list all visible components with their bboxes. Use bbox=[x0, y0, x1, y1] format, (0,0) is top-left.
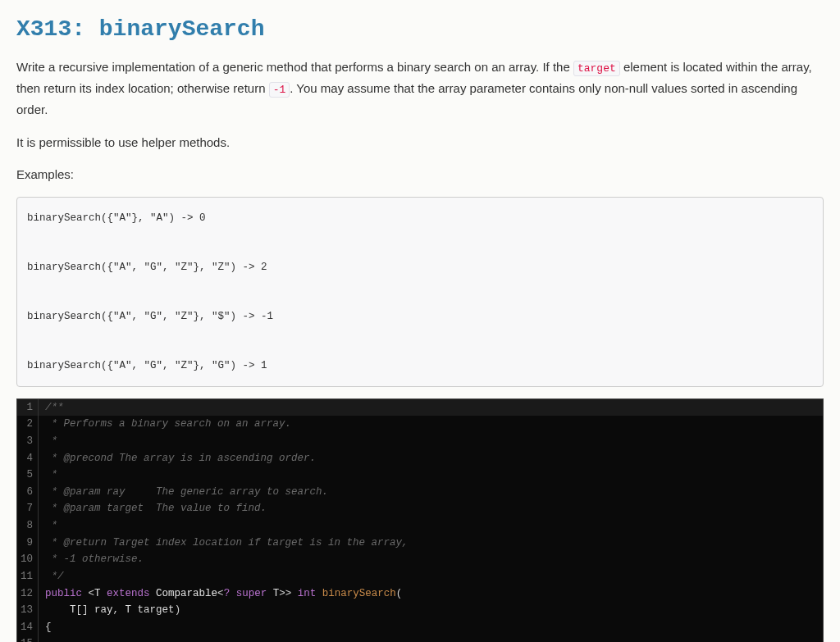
code-token: public bbox=[45, 588, 82, 599]
problem-description: Write a recursive implementation of a ge… bbox=[16, 57, 824, 185]
editor-line[interactable]: 2 * Performs a binary search on an array… bbox=[17, 416, 823, 433]
code-token: * @param target The value to find. bbox=[45, 503, 267, 514]
code-token: * bbox=[45, 435, 57, 447]
desc-paragraph-2: It is permissible to use helper methods. bbox=[16, 132, 824, 153]
code-token: * @param ray The generic array to search… bbox=[45, 486, 328, 498]
code-token bbox=[230, 588, 236, 599]
code-token: Comparable bbox=[156, 588, 217, 599]
editor-line[interactable]: 15 bbox=[17, 635, 823, 642]
code-line-content[interactable]: * bbox=[39, 433, 823, 450]
code-token: >> bbox=[279, 588, 298, 599]
code-token: ) bbox=[175, 604, 181, 616]
editor-line[interactable]: 1/** bbox=[17, 399, 823, 417]
code-line-content[interactable]: * @param ray The generic array to search… bbox=[39, 484, 823, 501]
code-editor[interactable]: 1/**2 * Performs a binary search on an a… bbox=[16, 398, 824, 642]
line-number: 8 bbox=[17, 517, 39, 535]
editor-line[interactable]: 3 * bbox=[17, 433, 823, 450]
line-number: 6 bbox=[17, 484, 39, 501]
line-number: 5 bbox=[17, 467, 39, 484]
code-token: ? bbox=[224, 588, 231, 599]
code-token: T bbox=[126, 604, 132, 616]
line-number: 13 bbox=[17, 602, 39, 619]
line-number: 15 bbox=[17, 635, 39, 642]
desc-paragraph-1: Write a recursive implementation of a ge… bbox=[16, 57, 824, 121]
code-token bbox=[45, 604, 70, 616]
line-number: 11 bbox=[17, 568, 39, 585]
editor-line[interactable]: 5 * bbox=[17, 467, 823, 484]
line-number: 3 bbox=[17, 433, 39, 450]
code-line-content[interactable]: { bbox=[39, 619, 823, 636]
line-number: 1 bbox=[17, 399, 39, 417]
code-token: * -1 otherwise. bbox=[45, 553, 144, 565]
code-line-content[interactable]: * @param target The value to find. bbox=[39, 500, 823, 517]
editor-line[interactable]: 13 T[] ray, T target) bbox=[17, 602, 823, 619]
code-token: { bbox=[45, 622, 52, 633]
code-token: T bbox=[70, 604, 76, 616]
code-token bbox=[316, 588, 322, 599]
line-number: 2 bbox=[17, 416, 39, 433]
line-number: 10 bbox=[17, 551, 39, 568]
code-token: * @return Target index location if targe… bbox=[45, 537, 409, 549]
code-line-content[interactable]: * bbox=[39, 517, 823, 535]
editor-line[interactable]: 4 * @precond The array is in ascending o… bbox=[17, 450, 823, 467]
line-number: 4 bbox=[17, 450, 39, 467]
editor-line[interactable]: 8 * bbox=[17, 517, 823, 535]
code-line-content[interactable]: /** bbox=[39, 399, 823, 417]
inline-code-target: target bbox=[573, 61, 620, 76]
desc-text: Write a recursive implementation of a ge… bbox=[16, 60, 573, 74]
examples-block: binarySearch({"A"}, "A") -> 0 binarySear… bbox=[16, 197, 824, 387]
code-line-content[interactable]: */ bbox=[39, 568, 823, 585]
code-line-content[interactable]: * -1 otherwise. bbox=[39, 551, 823, 568]
line-number: 12 bbox=[17, 585, 39, 603]
editor-line[interactable]: 7 * @param target The value to find. bbox=[17, 500, 823, 517]
code-line-content[interactable]: T[] ray, T target) bbox=[39, 602, 823, 619]
code-token: target bbox=[138, 604, 175, 616]
code-token: < bbox=[217, 588, 224, 599]
desc-paragraph-3: Examples: bbox=[16, 164, 824, 185]
code-token: /** bbox=[45, 402, 64, 413]
code-token: < bbox=[82, 588, 94, 599]
code-token: binarySearch bbox=[322, 588, 396, 599]
code-token: * Performs a binary search on an array. bbox=[45, 418, 291, 430]
code-line-content[interactable]: * Performs a binary search on an array. bbox=[39, 416, 823, 433]
code-token: * @precond The array is in ascending ord… bbox=[45, 453, 316, 464]
code-line-content[interactable]: * @precond The array is in ascending ord… bbox=[39, 450, 823, 467]
line-number: 9 bbox=[17, 535, 39, 552]
page-title: X313: binarySearch bbox=[16, 16, 824, 42]
code-token bbox=[131, 604, 138, 616]
code-token: */ bbox=[45, 571, 64, 582]
editor-line[interactable]: 6 * @param ray The generic array to sear… bbox=[17, 484, 823, 501]
code-line-content[interactable]: * bbox=[39, 467, 823, 484]
code-token bbox=[101, 588, 107, 599]
code-token: T bbox=[94, 588, 101, 599]
code-token: ray bbox=[94, 604, 113, 616]
code-token: super bbox=[236, 588, 267, 599]
line-number: 14 bbox=[17, 619, 39, 636]
code-token bbox=[150, 588, 157, 599]
code-line-content[interactable]: public <T extends Comparable<? super T>>… bbox=[39, 585, 823, 603]
editor-line[interactable]: 12public <T extends Comparable<? super T… bbox=[17, 585, 823, 603]
editor-line[interactable]: 10 * -1 otherwise. bbox=[17, 551, 823, 568]
code-token: extends bbox=[107, 588, 150, 599]
code-token: ( bbox=[396, 588, 403, 599]
code-token: , bbox=[113, 604, 126, 616]
code-token: * bbox=[45, 520, 57, 531]
code-token: * bbox=[45, 469, 57, 480]
code-token bbox=[267, 588, 273, 599]
inline-code-neg1: -1 bbox=[269, 82, 290, 98]
code-token: [] bbox=[76, 604, 95, 616]
code-line-content[interactable] bbox=[39, 635, 823, 642]
editor-line[interactable]: 9 * @return Target index location if tar… bbox=[17, 535, 823, 552]
line-number: 7 bbox=[17, 500, 39, 517]
editor-line[interactable]: 11 */ bbox=[17, 568, 823, 585]
code-token: int bbox=[298, 588, 317, 599]
editor-line[interactable]: 14{ bbox=[17, 619, 823, 636]
code-line-content[interactable]: * @return Target index location if targe… bbox=[39, 535, 823, 552]
